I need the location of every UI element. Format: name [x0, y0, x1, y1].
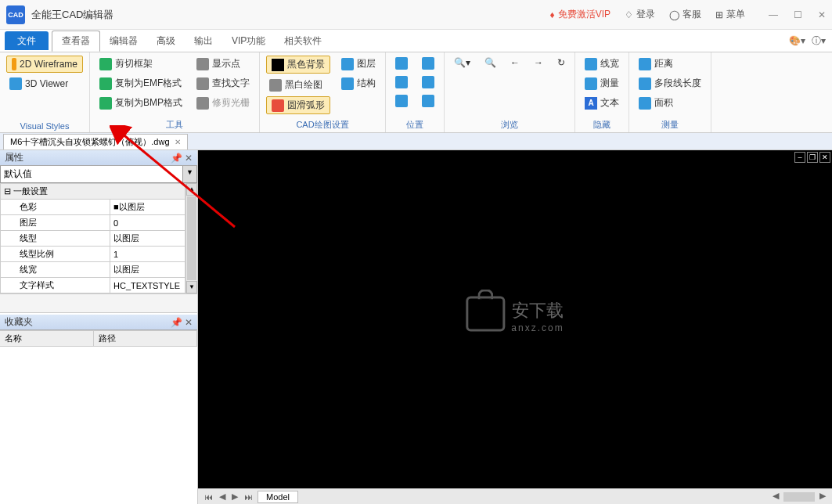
table-row[interactable]: 线宽以图层 [1, 262, 185, 278]
help-icon[interactable]: ⓘ▾ [812, 34, 826, 48]
vip-activate-link[interactable]: ♦ 免费激活VIP [550, 8, 610, 21]
measure-button[interactable]: 测量 [582, 75, 622, 92]
login-button[interactable]: ♢ 登录 [625, 8, 655, 21]
menu-related[interactable]: 相关软件 [275, 31, 331, 51]
canvas-minimize-icon[interactable]: – [794, 152, 805, 163]
menu-advanced[interactable]: 高级 [147, 31, 185, 51]
table-row[interactable]: 线型以图层 [1, 231, 185, 247]
pos-btn-6[interactable] [419, 93, 438, 109]
menu-vip[interactable]: VIP功能 [222, 31, 275, 51]
distance-label: 距离 [654, 57, 673, 70]
favorites-title: 收藏夹 [5, 315, 33, 329]
hscroll-right[interactable]: ▶ [816, 491, 829, 503]
scroll-up-icon[interactable]: ▲ [186, 183, 197, 196]
smooth-arc-button[interactable]: 圆滑弧形 [266, 96, 330, 114]
crop-icon [99, 58, 112, 70]
fav-pin-icon[interactable]: 📌 ✕ [171, 317, 193, 328]
bag-icon [466, 297, 505, 332]
service-label: 客服 [683, 8, 701, 21]
tab-nav-last[interactable]: ⏭ [241, 492, 256, 502]
scroll-thumb[interactable] [187, 196, 196, 280]
wireframe-label: 2D Wireframe [20, 59, 77, 70]
polyline-length-button[interactable]: 多段线长度 [636, 75, 704, 92]
trim-raster-button[interactable]: 修剪光栅 [193, 95, 253, 111]
copy-bmp-button[interactable]: 复制为BMP格式 [96, 95, 185, 111]
minimize-button[interactable]: — [769, 9, 778, 20]
tab-nav-next[interactable]: ▶ [229, 491, 241, 502]
scroll-down-icon[interactable]: ▼ [186, 281, 197, 293]
blackbg-icon [272, 59, 284, 71]
find-text-button[interactable]: 查找文字 [193, 75, 253, 92]
pin-icon[interactable]: 📌 ✕ [171, 153, 193, 164]
menu-button[interactable]: ⊞ 菜单 [715, 8, 745, 21]
canvas-close-icon[interactable]: ✕ [819, 152, 830, 163]
fav-col-name[interactable]: 名称 [0, 331, 94, 346]
zoom-in-icon: 🔍▾ [454, 57, 470, 68]
bw-draw-button[interactable]: 黑白绘图 [266, 77, 330, 93]
black-bg-button[interactable]: 黑色背景 [266, 56, 330, 74]
menu-viewer[interactable]: 查看器 [52, 31, 100, 52]
property-selector[interactable]: 默认值 ▼ [0, 166, 197, 183]
pos-icon-3 [395, 76, 408, 88]
favorites-body [0, 347, 197, 504]
app-title: 全能王CAD编辑器 [31, 8, 550, 22]
pos-btn-2[interactable] [419, 56, 438, 71]
zoom-out-button[interactable]: 🔍 [481, 56, 499, 70]
trim-label: 修剪光栅 [212, 96, 250, 110]
show-point-button[interactable]: 显示点 [193, 56, 253, 72]
menubar: 文件 查看器 编辑器 高级 输出 VIP功能 相关软件 🎨▾ ⓘ▾ [0, 30, 832, 52]
menu-editor[interactable]: 编辑器 [100, 31, 147, 51]
linewidth-label: 线宽 [600, 57, 619, 70]
zoom-in-button[interactable]: 🔍▾ [451, 56, 474, 70]
maximize-button[interactable]: ☐ [794, 9, 802, 20]
pos-btn-1[interactable] [392, 56, 411, 71]
close-button[interactable]: ✕ [818, 9, 826, 20]
pos-btn-4[interactable] [419, 74, 438, 90]
tab-nav-prev[interactable]: ◀ [216, 491, 229, 502]
favorites-panel-header: 收藏夹 📌 ✕ [0, 315, 197, 330]
pos-icon-5 [395, 95, 408, 107]
drawing-canvas[interactable]: – ❐ ✕ 安下载 anxz.com [198, 150, 832, 488]
pos-btn-3[interactable] [392, 74, 411, 90]
pos-btn-5[interactable] [392, 93, 411, 109]
document-tab-close[interactable]: ✕ [175, 138, 181, 146]
table-row[interactable]: 色彩■以图层 [1, 200, 185, 215]
service-button[interactable]: ◯ 客服 [669, 8, 701, 21]
copy-emf-button[interactable]: 复制为EMF格式 [96, 75, 185, 92]
general-section[interactable]: ⊟ 一般设置 [1, 184, 185, 200]
sidebar: 属性 📌 ✕ 默认值 ▼ ⊟ 一般设置 色彩■以图层 图层0 线型以图层 线型比… [0, 150, 198, 504]
hscroll-thumb[interactable] [783, 492, 815, 502]
hscroll-left[interactable]: ◀ [769, 491, 782, 503]
distance-button[interactable]: 距离 [636, 56, 704, 72]
3d-icon [9, 77, 22, 90]
document-tab[interactable]: M6十字槽沉头自攻锁紧螺钉（俯视）.dwg ✕ [3, 134, 188, 149]
model-tab[interactable]: Model [258, 491, 298, 503]
dropdown-icon[interactable]: ▼ [182, 166, 196, 182]
nav-right-button[interactable]: → [531, 56, 546, 70]
refresh-button[interactable]: ↻ [554, 56, 568, 70]
table-row[interactable]: 图层0 [1, 215, 185, 231]
crop-button[interactable]: 剪切框架 [96, 56, 185, 72]
tab-nav-first[interactable]: ⏮ [201, 492, 216, 502]
fav-col-path[interactable]: 路径 [94, 331, 197, 346]
layer-label: 图层 [357, 57, 376, 70]
emf-label: 复制为EMF格式 [115, 77, 182, 90]
palette-icon[interactable]: 🎨▾ [789, 35, 805, 46]
struct-button[interactable]: 结构 [338, 75, 379, 92]
linewidth-button[interactable]: 线宽 [582, 56, 622, 72]
text-button[interactable]: A文本 [582, 95, 622, 111]
distance-icon [639, 58, 651, 70]
table-row[interactable]: 文字样式HC_TEXTSTYLE [1, 278, 185, 293]
properties-scrollbar[interactable]: ▲ ▼ [185, 183, 197, 293]
3d-viewer-button[interactable]: 3D Viewer [6, 76, 83, 92]
menu-output[interactable]: 输出 [185, 31, 222, 51]
nav-left-button[interactable]: ← [507, 56, 523, 70]
layer-button[interactable]: 图层 [338, 56, 379, 72]
2d-wireframe-button[interactable]: 2D Wireframe [6, 56, 83, 73]
vip-label: 免费激活VIP [558, 8, 610, 21]
canvas-restore-icon[interactable]: ❐ [807, 152, 818, 163]
table-row[interactable]: 线型比例1 [1, 247, 185, 262]
area-button[interactable]: 面积 [636, 95, 704, 111]
file-menu[interactable]: 文件 [5, 31, 49, 50]
zoom-out-icon: 🔍 [484, 57, 496, 68]
